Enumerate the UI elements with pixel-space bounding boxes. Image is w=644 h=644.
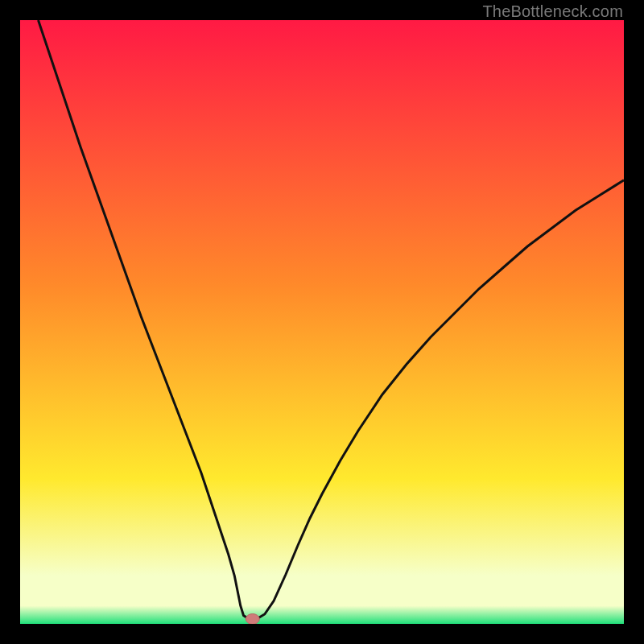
watermark-label: TheBottleneck.com: [482, 2, 623, 21]
bottleneck-chart: [20, 20, 624, 624]
gradient-background: [20, 20, 624, 624]
operating-point-marker: [246, 614, 259, 625]
chart-frame: [20, 20, 624, 624]
